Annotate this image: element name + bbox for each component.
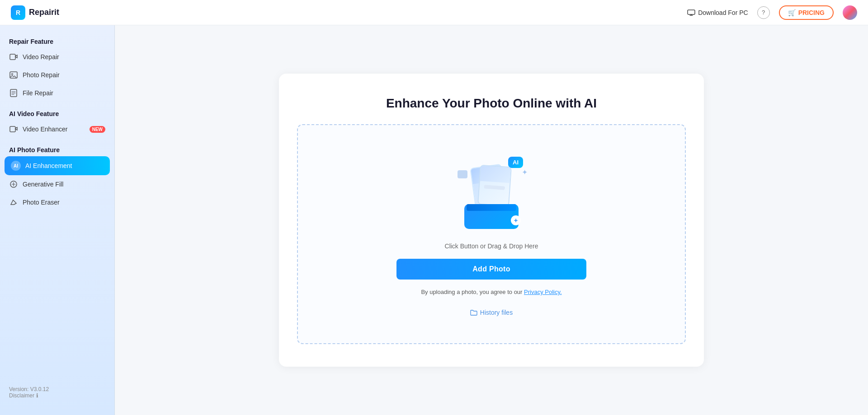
- photo-eraser-label: Photo Eraser: [23, 199, 105, 206]
- content-card: Enhance Your Photo Online with AI AI ✦: [279, 74, 704, 367]
- generative-fill-label: Generative Fill: [23, 181, 105, 188]
- sidebar-item-photo-eraser[interactable]: Photo Eraser: [0, 193, 114, 211]
- ai-badge: AI: [508, 157, 523, 168]
- repair-section-label: Repair Feature: [0, 34, 114, 48]
- logo-area: R Repairit: [11, 5, 59, 20]
- file-repair-icon: [9, 89, 18, 98]
- privacy-text: By uploading a photo, you agree to our P…: [421, 289, 561, 295]
- video-repair-label: Video Repair: [23, 53, 105, 61]
- header-right: Download For PC ? 🛒 PRICING: [687, 5, 857, 20]
- history-files-button[interactable]: History files: [470, 309, 513, 316]
- disclaimer-button[interactable]: Disclaimer ℹ: [9, 392, 105, 399]
- sparkle-decoration: ✦: [522, 168, 528, 177]
- info-icon: ℹ: [36, 392, 38, 399]
- add-photo-button[interactable]: Add Photo: [396, 259, 586, 280]
- logo-icon: R: [11, 5, 25, 20]
- svg-rect-5: [10, 126, 15, 132]
- folder-icon: [470, 309, 477, 316]
- help-button[interactable]: ?: [757, 6, 770, 19]
- sidebar-item-ai-enhancement[interactable]: AI AI Enhancement: [5, 156, 110, 175]
- version-text: Version: V3.0.12: [9, 386, 105, 392]
- svg-rect-0: [688, 10, 695, 14]
- privacy-policy-link[interactable]: Privacy Policy.: [524, 289, 562, 295]
- logo-text: Repairit: [29, 8, 59, 17]
- photo-eraser-icon: [9, 198, 18, 207]
- svg-point-3: [12, 74, 13, 75]
- page-title: Enhance Your Photo Online with AI: [297, 96, 686, 111]
- main-content: Enhance Your Photo Online with AI AI ✦: [115, 25, 868, 415]
- drag-drop-text: Click Button or Drag & Drop Here: [445, 242, 538, 250]
- sidebar-footer: Version: V3.0.12 Disclaimer ℹ: [0, 379, 114, 406]
- pricing-button[interactable]: 🛒 PRICING: [779, 5, 834, 20]
- plus-icon: +: [511, 215, 521, 225]
- sidebar-item-photo-repair[interactable]: Photo Repair: [0, 66, 114, 84]
- download-for-pc-button[interactable]: Download For PC: [687, 9, 748, 16]
- camera-decoration: [458, 170, 467, 178]
- file-repair-label: File Repair: [23, 89, 105, 97]
- ai-illustration: AI ✦: [451, 152, 532, 229]
- sidebar: Repair Feature Video Repair Photo Repair…: [0, 25, 115, 415]
- sidebar-item-file-repair[interactable]: File Repair: [0, 84, 114, 102]
- sidebar-item-generative-fill[interactable]: Generative Fill: [0, 175, 114, 193]
- ai-video-section-label: AI Video Feature: [0, 107, 114, 120]
- avatar[interactable]: [843, 5, 857, 20]
- svg-rect-1: [10, 54, 15, 60]
- video-enhancer-icon: [9, 125, 18, 134]
- sidebar-item-video-repair[interactable]: Video Repair: [0, 48, 114, 66]
- photo-repair-label: Photo Repair: [23, 71, 105, 79]
- generative-fill-icon: [9, 180, 18, 189]
- upload-zone[interactable]: AI ✦: [297, 124, 686, 344]
- photo-repair-icon: [9, 70, 18, 79]
- photo-front: [477, 165, 512, 207]
- monitor-icon: [687, 9, 695, 16]
- main-layout: Repair Feature Video Repair Photo Repair…: [0, 25, 868, 415]
- video-repair-icon: [9, 52, 18, 61]
- ai-enhancement-label: AI Enhancement: [25, 162, 104, 169]
- video-enhancer-label: Video Enhancer: [23, 126, 85, 133]
- tray-top: [467, 204, 516, 211]
- ai-enhancement-icon: AI: [11, 161, 21, 171]
- app-header: R Repairit Download For PC ? 🛒 PRICING: [0, 0, 868, 25]
- ai-photo-section-label: AI Photo Feature: [0, 143, 114, 156]
- cart-icon: 🛒: [788, 9, 796, 16]
- sidebar-item-video-enhancer[interactable]: Video Enhancer NEW: [0, 120, 114, 138]
- new-badge: NEW: [90, 126, 105, 133]
